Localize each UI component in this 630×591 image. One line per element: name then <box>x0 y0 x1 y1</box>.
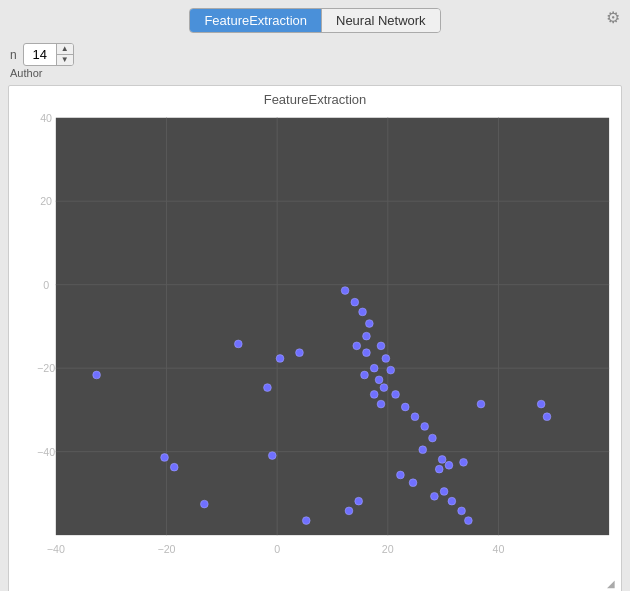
svg-point-51 <box>200 500 208 508</box>
gear-button[interactable]: ⚙ <box>606 8 620 27</box>
svg-point-37 <box>380 384 388 392</box>
svg-point-38 <box>370 391 378 399</box>
svg-point-25 <box>351 298 359 306</box>
svg-point-46 <box>438 456 446 464</box>
svg-point-52 <box>397 471 405 479</box>
svg-point-28 <box>363 332 371 340</box>
svg-text:0: 0 <box>43 279 49 291</box>
svg-text:20: 20 <box>382 543 394 555</box>
svg-text:0: 0 <box>274 543 280 555</box>
svg-point-24 <box>341 287 349 295</box>
n-spinner: ▲ ▼ <box>56 44 73 65</box>
svg-point-61 <box>355 497 363 505</box>
svg-point-44 <box>429 434 437 442</box>
svg-point-49 <box>268 452 276 460</box>
svg-point-40 <box>392 391 400 399</box>
n-input[interactable] <box>24 46 56 63</box>
svg-point-50 <box>302 517 310 525</box>
n-label: n <box>10 48 17 62</box>
svg-text:−40: −40 <box>47 543 65 555</box>
svg-point-34 <box>361 371 369 379</box>
svg-point-42 <box>411 413 419 421</box>
svg-point-57 <box>440 488 448 496</box>
n-decrement-button[interactable]: ▼ <box>57 55 73 65</box>
svg-point-43 <box>421 423 429 431</box>
svg-point-39 <box>377 400 385 408</box>
chart-title: FeatureExtraction <box>17 92 613 107</box>
tab-feature-extraction[interactable]: FeatureExtraction <box>190 9 322 32</box>
svg-point-35 <box>375 376 383 384</box>
svg-text:20: 20 <box>40 195 52 207</box>
author-label: Author <box>10 67 620 79</box>
svg-text:−20: −20 <box>37 362 55 374</box>
svg-point-62 <box>345 507 353 515</box>
svg-point-41 <box>401 403 409 411</box>
svg-point-59 <box>458 507 466 515</box>
tab-group: FeatureExtraction Neural Network <box>189 8 440 33</box>
svg-point-47 <box>161 454 169 462</box>
svg-point-58 <box>448 497 456 505</box>
svg-point-60 <box>464 517 472 525</box>
plot-area: 40 20 0 −20 −40 −40 −20 0 20 40 <box>17 111 613 571</box>
n-control: n ▲ ▼ <box>10 43 620 66</box>
svg-point-55 <box>445 461 453 469</box>
svg-point-20 <box>234 340 242 348</box>
controls-bar: n ▲ ▼ Author <box>0 39 630 81</box>
svg-text:40: 40 <box>493 543 505 555</box>
svg-point-27 <box>365 320 373 328</box>
svg-point-54 <box>435 465 443 473</box>
svg-point-66 <box>460 458 468 466</box>
top-bar: FeatureExtraction Neural Network ⚙ <box>0 0 630 39</box>
svg-point-21 <box>276 355 284 363</box>
svg-text:40: 40 <box>40 112 52 124</box>
svg-point-63 <box>477 400 485 408</box>
svg-point-30 <box>363 349 371 357</box>
svg-point-33 <box>370 364 378 372</box>
svg-point-31 <box>377 342 385 350</box>
svg-point-19 <box>93 371 101 379</box>
n-input-group: ▲ ▼ <box>23 43 74 66</box>
svg-point-22 <box>296 349 304 357</box>
chart-container: FeatureExtraction 40 20 0 −20 −40 −40 −2… <box>8 85 622 591</box>
svg-point-65 <box>543 413 551 421</box>
scatter-plot: 40 20 0 −20 −40 −40 −20 0 20 40 <box>17 111 613 571</box>
svg-point-36 <box>387 366 395 374</box>
svg-point-48 <box>170 463 178 471</box>
n-increment-button[interactable]: ▲ <box>57 44 73 55</box>
svg-point-45 <box>419 446 427 454</box>
svg-text:−20: −20 <box>157 543 175 555</box>
svg-point-29 <box>353 342 361 350</box>
tab-neural-network[interactable]: Neural Network <box>322 9 440 32</box>
svg-point-56 <box>431 492 439 500</box>
resize-handle[interactable]: ◢ <box>607 578 619 590</box>
svg-text:−40: −40 <box>37 446 55 458</box>
svg-rect-0 <box>56 118 609 535</box>
svg-point-23 <box>264 384 272 392</box>
svg-point-26 <box>359 308 367 316</box>
svg-point-64 <box>537 400 545 408</box>
svg-point-53 <box>409 479 417 487</box>
svg-point-32 <box>382 355 390 363</box>
